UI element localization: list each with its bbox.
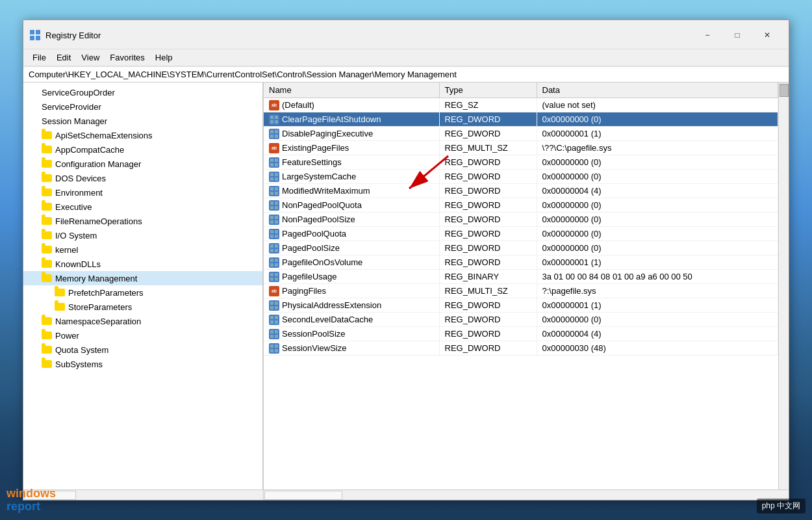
cell-name: PagedPoolQuota (264, 227, 439, 241)
svg-rect-56 (270, 330, 273, 333)
table-row[interactable]: PagefileOnOsVolumeREG_DWORD0x00000001 (1… (264, 255, 778, 270)
name-text: PagedPoolQuota (282, 229, 346, 239)
tree-item[interactable]: NamespaceSeparation (23, 314, 262, 328)
name-text: PagingFiles (282, 286, 326, 296)
table-row[interactable]: PhysicalAddressExtensionREG_DWORD0x00000… (264, 298, 778, 313)
table-row[interactable]: LargeSystemCacheREG_DWORD0x00000000 (0) (264, 170, 778, 184)
table-row[interactable]: NonPagedPoolQuotaREG_DWORD0x00000000 (0) (264, 198, 778, 213)
tree-item[interactable]: Quota System (23, 343, 262, 357)
menu-favorites[interactable]: Favorites (105, 51, 149, 64)
table-row[interactable]: SessionPoolSizeREG_DWORD0x00000004 (4) (264, 327, 778, 341)
cell-name: NonPagedPoolQuota (264, 198, 439, 213)
svg-rect-58 (270, 335, 273, 338)
close-button[interactable]: ✕ (752, 25, 782, 45)
maximize-button[interactable]: □ (722, 25, 752, 45)
tree-item-label: ServiceGroupOrder (42, 88, 115, 98)
table-row[interactable]: abPagingFilesREG_MULTI_SZ?:\pagefile.sys (264, 284, 778, 298)
cell-name: NonPagedPoolSize (264, 213, 439, 227)
tree-item-label: Configuration Manager (55, 159, 141, 169)
tree-item[interactable]: ServiceGroupOrder (23, 85, 262, 99)
menu-bar: File Edit View Favorites Help (23, 49, 789, 66)
cell-data: 0x00000000 (0) (537, 241, 778, 255)
table-row[interactable]: ModifiedWriteMaximumREG_DWORD0x00000004 … (264, 184, 778, 198)
tree-item-label: NamespaceSeparation (55, 317, 141, 326)
tree-item-label: I/O System (55, 231, 97, 240)
right-panel[interactable]: Name Type Data ab(Default)REG_SZ(value n… (264, 83, 778, 489)
tree-item[interactable]: KnownDLLs (23, 257, 262, 271)
tree-item[interactable]: Power (23, 328, 262, 343)
tree-item-label: AppCompatCache (55, 145, 124, 155)
table-row[interactable]: PagefileUsageREG_BINARY3a 01 00 00 84 08… (264, 270, 778, 284)
tree-item[interactable]: ServiceProvider (23, 99, 262, 114)
sz-icon: ab (269, 286, 279, 296)
folder-icon (42, 317, 52, 325)
tree-item[interactable]: DOS Devices (23, 171, 262, 185)
menu-file[interactable]: File (27, 51, 51, 64)
tree-item[interactable]: Session Manager (23, 114, 262, 128)
minimize-button[interactable]: − (692, 25, 722, 45)
table-row[interactable]: ClearPageFileAtShutdownREG_DWORD0x000000… (264, 112, 778, 127)
menu-help[interactable]: Help (150, 51, 178, 64)
table-row[interactable]: PagedPoolSizeREG_DWORD0x00000000 (0) (264, 241, 778, 255)
table-row[interactable]: NonPagedPoolSizeREG_DWORD0x00000000 (0) (264, 213, 778, 227)
tree-item[interactable]: SubSystems (23, 357, 262, 371)
tree-item[interactable]: ApiSetSchemaExtensions (23, 128, 262, 142)
h-scroll-right[interactable] (264, 490, 789, 500)
svg-rect-40 (270, 259, 273, 262)
sz-icon: ab (269, 100, 279, 110)
tree-item[interactable]: Memory Management (23, 271, 262, 285)
svg-rect-15 (275, 163, 278, 166)
v-scrollbar[interactable] (778, 83, 789, 489)
dword-icon (269, 172, 279, 182)
tree-item-label: DOS Devices (55, 174, 106, 183)
cell-type: REG_MULTI_SZ (439, 284, 537, 298)
h-scroll-left[interactable] (23, 490, 264, 500)
table-row[interactable]: PagedPoolQuotaREG_DWORD0x00000000 (0) (264, 227, 778, 241)
cell-data: 0x00000030 (48) (537, 341, 778, 356)
menu-edit[interactable]: Edit (51, 51, 76, 64)
svg-rect-63 (275, 349, 278, 352)
menu-view[interactable]: View (76, 51, 105, 64)
tree-panel[interactable]: ServiceGroupOrderServiceProviderSession … (23, 83, 264, 489)
table-row[interactable]: SecondLevelDataCacheREG_DWORD0x00000000 … (264, 313, 778, 327)
cell-data: 0x00000001 (1) (537, 127, 778, 141)
tree-item[interactable]: kernel (23, 242, 262, 257)
svg-rect-61 (275, 344, 278, 348)
tree-item-label: ApiSetSchemaExtensions (55, 131, 153, 140)
tree-item-label: StoreParameters (68, 302, 132, 312)
tree-item[interactable]: I/O System (23, 228, 262, 242)
tree-item[interactable]: Configuration Manager (23, 157, 262, 171)
folder-icon (55, 289, 65, 296)
cell-type: REG_SZ (439, 98, 537, 112)
tree-item[interactable]: FileRenameOperations (23, 214, 262, 228)
tree-item-label: SubSystems (55, 359, 103, 369)
table-row[interactable]: ab(Default)REG_SZ(value not set) (264, 98, 778, 112)
cell-name: PhysicalAddressExtension (264, 298, 439, 313)
folder-icon (42, 346, 52, 354)
tree-item-label: KnownDLLs (55, 259, 101, 269)
tree-item[interactable]: AppCompatCache (23, 142, 262, 157)
table-row[interactable]: FeatureSettingsREG_DWORD0x00000000 (0) (264, 155, 778, 170)
svg-rect-45 (275, 273, 278, 276)
table-row[interactable]: abExistingPageFilesREG_MULTI_SZ\??\C:\pa… (264, 141, 778, 155)
table-row[interactable]: DisablePagingExecutiveREG_DWORD0x0000000… (264, 127, 778, 141)
svg-rect-6 (270, 120, 273, 124)
tree-item-label: Session Manager (42, 116, 107, 126)
svg-rect-48 (270, 302, 273, 305)
php-watermark-text: php 中文网 (762, 501, 800, 510)
svg-rect-1 (36, 30, 40, 34)
address-path: Computer\HKEY_LOCAL_MACHINE\SYSTEM\Curre… (29, 70, 457, 79)
cell-name: ClearPageFileAtShutdown (264, 112, 439, 127)
tree-item[interactable]: StoreParameters (23, 300, 262, 314)
cell-name: FeatureSettings (264, 155, 439, 170)
table-row[interactable]: SessionViewSizeREG_DWORD0x00000030 (48) (264, 341, 778, 356)
tree-item[interactable]: Executive (23, 200, 262, 214)
svg-rect-55 (275, 320, 278, 324)
col-header-type: Type (439, 83, 537, 98)
scrollbar-thumb[interactable] (780, 84, 789, 97)
dword-icon (269, 315, 279, 325)
tree-item[interactable]: PrefetchParameters (23, 285, 262, 300)
tree-item[interactable]: Environment (23, 185, 262, 200)
svg-rect-20 (270, 187, 273, 190)
svg-rect-21 (275, 187, 278, 190)
